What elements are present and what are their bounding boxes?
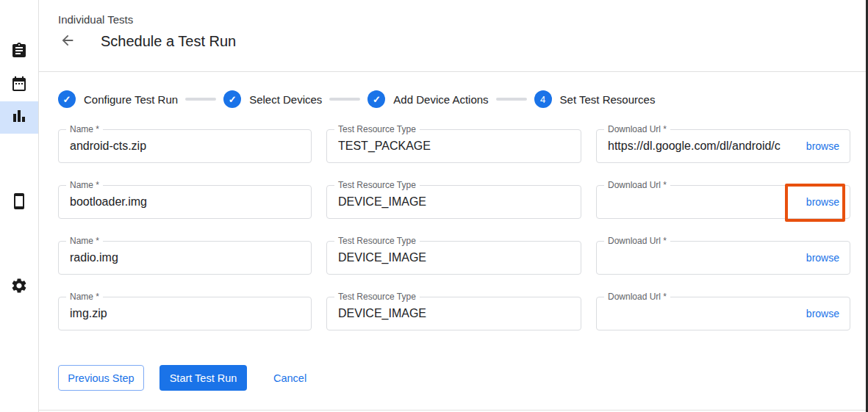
- resource-type-value[interactable]: DEVICE_IMAGE: [327, 186, 581, 218]
- download-url-label: Download Url *: [604, 236, 670, 246]
- step-done-icon: ✓: [223, 90, 241, 108]
- download-url-field[interactable]: Download Url * browse: [596, 297, 850, 330]
- name-field-label: Name *: [66, 180, 103, 190]
- assignment-icon: [10, 42, 28, 62]
- download-url-input[interactable]: [597, 186, 806, 218]
- name-field-label: Name *: [66, 124, 103, 134]
- name-field[interactable]: Name * radio.img: [58, 241, 312, 275]
- resource-type-field[interactable]: Test Resource Type TEST_PACKAGE: [326, 129, 581, 163]
- header-divider: [39, 71, 868, 72]
- sidebar-item-test-runs[interactable]: [0, 101, 38, 134]
- resource-row: Name * radio.img Test Resource Type DEVI…: [58, 241, 850, 275]
- step-select-devices[interactable]: ✓ Select Devices: [223, 90, 322, 108]
- resource-row: Name * android-cts.zip Test Resource Typ…: [58, 129, 850, 163]
- resource-type-field[interactable]: Test Resource Type DEVICE_IMAGE: [326, 241, 581, 275]
- step-connector: [496, 98, 527, 101]
- sidebar: [0, 0, 39, 412]
- download-url-label: Download Url *: [604, 180, 670, 190]
- resource-type-field[interactable]: Test Resource Type DEVICE_IMAGE: [326, 297, 581, 330]
- stepper: ✓ Configure Test Run ✓ Select Devices ✓ …: [58, 90, 655, 108]
- arrow-back-icon: [60, 32, 76, 51]
- download-url-input[interactable]: [597, 242, 806, 274]
- resource-type-label: Test Resource Type: [334, 124, 420, 134]
- step-connector: [329, 98, 360, 101]
- bottom-divider: [39, 410, 868, 411]
- step-label: Set Test Resources: [560, 93, 656, 106]
- step-label: Add Device Actions: [393, 93, 488, 106]
- download-url-label: Download Url *: [604, 124, 670, 134]
- settings-icon: [10, 277, 28, 297]
- start-test-run-button[interactable]: Start Test Run: [159, 365, 247, 391]
- resource-row: Name * bootloader.img Test Resource Type…: [58, 185, 850, 219]
- sidebar-item-tests[interactable]: [0, 36, 38, 68]
- resource-type-value[interactable]: TEST_PACKAGE: [327, 130, 581, 162]
- step-number-badge: 4: [534, 90, 552, 108]
- sidebar-item-devices[interactable]: [0, 187, 38, 219]
- resource-type-field[interactable]: Test Resource Type DEVICE_IMAGE: [326, 185, 581, 219]
- name-input[interactable]: android-cts.zip: [59, 130, 311, 162]
- resource-type-value[interactable]: DEVICE_IMAGE: [327, 242, 581, 274]
- resource-type-label: Test Resource Type: [334, 236, 420, 246]
- action-bar: Previous Step Start Test Run Cancel: [58, 365, 306, 391]
- download-url-field[interactable]: Download Url * https://dl.google.com/dl/…: [596, 129, 850, 163]
- download-url-input[interactable]: https://dl.google.com/dl/android/c: [597, 130, 806, 162]
- breadcrumb: Individual Tests: [58, 13, 133, 26]
- download-url-field[interactable]: Download Url * browse: [596, 241, 850, 275]
- resource-type-value[interactable]: DEVICE_IMAGE: [327, 297, 581, 330]
- resource-type-label: Test Resource Type: [334, 180, 420, 190]
- main-content: Individual Tests Schedule a Test Run ✓ C…: [39, 0, 868, 412]
- browse-link[interactable]: browse: [806, 140, 839, 152]
- step-done-icon: ✓: [367, 90, 385, 108]
- download-url-input[interactable]: [597, 297, 806, 330]
- name-input[interactable]: img.zip: [59, 297, 311, 330]
- step-connector: [185, 98, 216, 101]
- browse-link[interactable]: browse: [806, 308, 839, 319]
- step-set-test-resources[interactable]: 4 Set Test Resources: [534, 90, 656, 108]
- resource-row: Name * img.zip Test Resource Type DEVICE…: [58, 297, 850, 330]
- back-button[interactable]: [58, 32, 77, 51]
- previous-step-button[interactable]: Previous Step: [58, 365, 144, 391]
- name-input[interactable]: bootloader.img: [59, 186, 311, 218]
- download-url-field[interactable]: Download Url * browse: [596, 185, 850, 219]
- calendar-icon: [10, 75, 28, 95]
- name-field[interactable]: Name * img.zip: [58, 297, 312, 330]
- name-input[interactable]: radio.img: [59, 242, 311, 274]
- name-field-label: Name *: [66, 236, 103, 246]
- name-field-label: Name *: [66, 292, 103, 302]
- name-field[interactable]: Name * android-cts.zip: [58, 129, 312, 163]
- download-url-label: Download Url *: [604, 292, 670, 302]
- step-label: Select Devices: [249, 93, 322, 106]
- smartphone-icon: [10, 192, 28, 213]
- cancel-button[interactable]: Cancel: [273, 365, 306, 391]
- bar-chart-icon: [10, 107, 28, 128]
- browse-link[interactable]: browse: [806, 196, 839, 208]
- browse-link[interactable]: browse: [806, 252, 839, 264]
- resource-type-label: Test Resource Type: [334, 292, 420, 302]
- sidebar-item-settings[interactable]: [0, 271, 38, 303]
- step-add-device-actions[interactable]: ✓ Add Device Actions: [367, 90, 488, 108]
- sidebar-item-schedules[interactable]: [0, 69, 38, 101]
- step-label: Configure Test Run: [84, 93, 178, 106]
- page-title: Schedule a Test Run: [101, 33, 236, 50]
- name-field[interactable]: Name * bootloader.img: [58, 185, 312, 219]
- step-configure-test-run[interactable]: ✓ Configure Test Run: [58, 90, 178, 108]
- step-done-icon: ✓: [58, 90, 76, 108]
